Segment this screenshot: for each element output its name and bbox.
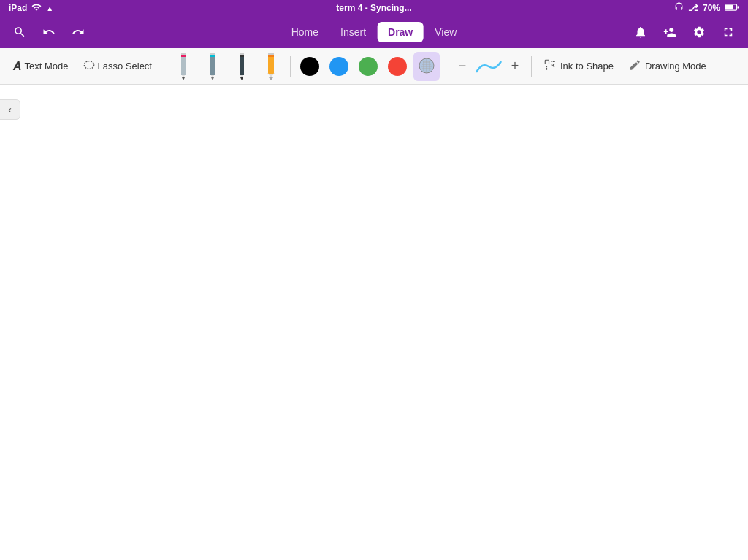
color-black	[300, 57, 319, 76]
sidebar-toggle-button[interactable]: ‹	[0, 99, 20, 120]
chevron-left-icon: ‹	[8, 104, 12, 115]
ink-to-shape-label: Ink to Shape	[560, 61, 614, 72]
svg-rect-1	[725, 4, 733, 9]
svg-rect-13	[210, 53, 215, 55]
search-button[interactable]	[9, 21, 31, 43]
svg-point-3	[84, 61, 94, 69]
ink-to-shape-icon	[543, 58, 557, 74]
color-red-button[interactable]	[384, 53, 411, 80]
color-blue-button[interactable]	[326, 53, 352, 80]
document-title: term 4 - Syncing...	[336, 3, 411, 13]
ink-to-shape-button[interactable]: Ink to Shape	[538, 53, 619, 80]
battery-icon	[725, 3, 739, 14]
svg-rect-6	[181, 55, 186, 75]
settings-button[interactable]	[688, 21, 710, 43]
svg-rect-8	[181, 53, 186, 55]
toolbar: A Text Mode Lasso Select	[0, 48, 748, 85]
lasso-select-icon	[83, 59, 95, 73]
lasso-select-label: Lasso Select	[98, 61, 152, 72]
tab-view[interactable]: View	[424, 22, 467, 42]
canvas-area[interactable]: ‹	[0, 85, 748, 560]
sep-1	[164, 56, 164, 77]
color-black-button[interactable]	[297, 53, 323, 80]
svg-rect-18	[240, 53, 244, 55]
text-mode-label: Text Mode	[25, 61, 69, 72]
battery-percent: 70%	[703, 3, 720, 13]
svg-marker-10	[211, 77, 214, 80]
svg-rect-2	[738, 6, 739, 8]
silent-icon	[674, 2, 684, 14]
wifi-icon	[31, 2, 42, 15]
sep-4	[531, 56, 532, 77]
bluetooth-icon: ⎇	[688, 3, 698, 13]
svg-rect-11	[210, 55, 215, 75]
status-bar: iPad ▲ term 4 - Syncing... ⎇ 70%	[0, 0, 748, 16]
tab-draw[interactable]: Draw	[378, 22, 423, 42]
text-mode-icon: A	[13, 60, 22, 73]
drawing-mode-label: Drawing Mode	[645, 61, 706, 72]
pen-tool-dark[interactable]	[229, 52, 255, 81]
pen-tool-rainbow[interactable]	[170, 52, 196, 81]
drawing-mode-icon	[628, 58, 641, 74]
undo-button[interactable]	[38, 21, 60, 43]
svg-marker-5	[182, 77, 185, 80]
svg-rect-32	[545, 60, 549, 64]
eraser-tool[interactable]	[413, 52, 440, 81]
highlighter-tool[interactable]	[258, 52, 284, 81]
fullscreen-button[interactable]	[717, 21, 739, 43]
tab-insert[interactable]: Insert	[330, 22, 376, 42]
tab-home[interactable]: Home	[281, 22, 329, 42]
sep-2	[290, 56, 291, 77]
stroke-increase-button[interactable]: +	[505, 56, 525, 77]
drawing-mode-button[interactable]: Drawing Mode	[622, 53, 712, 80]
stroke-controls: − +	[452, 56, 525, 77]
svg-marker-20	[269, 77, 273, 80]
add-person-button[interactable]	[659, 21, 681, 43]
sep-3	[446, 56, 446, 77]
color-blue	[329, 57, 348, 76]
signal-icon: ▲	[46, 4, 53, 12]
notifications-button[interactable]	[630, 21, 652, 43]
redo-button[interactable]	[67, 21, 89, 43]
color-green-button[interactable]	[355, 53, 381, 80]
svg-rect-23	[268, 53, 274, 55]
color-green	[359, 57, 378, 76]
lasso-select-button[interactable]: Lasso Select	[77, 53, 158, 80]
color-red	[388, 57, 407, 76]
stroke-decrease-button[interactable]: −	[452, 56, 473, 77]
svg-rect-21	[268, 55, 274, 74]
text-mode-button[interactable]: A Text Mode	[7, 53, 75, 80]
device-label: iPad	[9, 3, 27, 13]
menu-bar: Home Insert Draw View	[0, 16, 748, 48]
stroke-preview	[474, 59, 503, 74]
svg-marker-15	[240, 77, 243, 80]
pen-tool-gray[interactable]	[199, 52, 226, 81]
svg-rect-16	[240, 55, 244, 75]
